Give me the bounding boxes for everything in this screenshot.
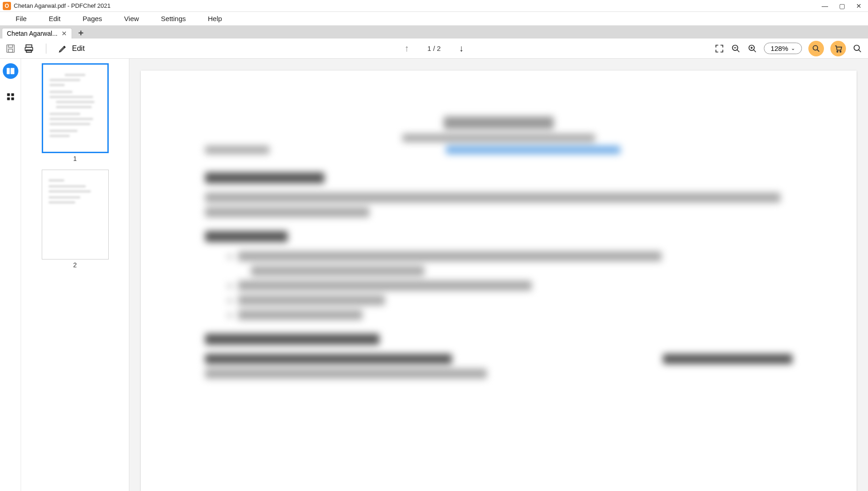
search-icon[interactable] (852, 44, 862, 54)
svg-rect-1 (8, 44, 12, 47)
svg-point-13 (813, 45, 818, 50)
svg-rect-21 (7, 94, 10, 96)
zoom-in-icon[interactable] (747, 44, 757, 54)
document-page (141, 71, 857, 491)
svg-rect-0 (7, 44, 15, 52)
thumbnail-number-1: 1 (73, 155, 77, 162)
sidebar-rail (0, 59, 21, 491)
print-icon[interactable] (24, 44, 34, 54)
fullscreen-icon[interactable] (714, 44, 724, 54)
document-tab[interactable]: Chetan Agarwal... ✕ (2, 28, 72, 39)
svg-point-15 (837, 51, 838, 52)
menu-edit[interactable]: Edit (38, 12, 72, 26)
edit-button[interactable]: Edit (58, 44, 85, 53)
thumbnail-number-2: 2 (73, 261, 77, 269)
svg-rect-20 (11, 68, 14, 74)
prev-page-icon[interactable]: ↑ (404, 43, 409, 54)
chevron-down-icon: ⌄ (791, 45, 795, 51)
search-highlight-button[interactable] (808, 41, 824, 56)
svg-line-14 (818, 50, 819, 51)
main-area: 1 2 (0, 59, 868, 491)
maximize-button[interactable]: ▢ (839, 2, 845, 10)
thumbnail-panel: 1 2 (21, 59, 129, 491)
page-thumbnail-1[interactable] (42, 63, 109, 153)
svg-rect-24 (11, 98, 14, 100)
next-page-icon[interactable]: ↓ (459, 43, 464, 54)
toolbar-divider (46, 44, 46, 54)
svg-rect-2 (8, 49, 12, 52)
page-thumbnail-2[interactable] (42, 170, 109, 259)
menu-pages[interactable]: Pages (72, 12, 113, 26)
minimize-button[interactable]: — (822, 2, 828, 10)
close-button[interactable]: ✕ (856, 2, 862, 10)
menubar: File Edit Pages View Settings Help (0, 12, 868, 26)
svg-line-7 (737, 50, 739, 52)
window-title: Chetan Agarwal.pdf - PDFChef 2021 (14, 2, 822, 9)
cart-button[interactable] (830, 41, 846, 56)
new-tab-button[interactable]: + (74, 28, 89, 39)
page-content-blurred (205, 116, 792, 379)
svg-rect-5 (27, 50, 32, 52)
save-icon[interactable] (6, 44, 16, 54)
grid-view-icon[interactable] (3, 89, 18, 105)
svg-rect-19 (6, 68, 10, 74)
page-indicator: 1 / 2 (427, 44, 440, 52)
svg-rect-22 (11, 94, 14, 96)
thumbnails-toggle[interactable] (3, 63, 18, 79)
svg-point-17 (854, 45, 860, 50)
zoom-out-icon[interactable] (731, 44, 741, 54)
tab-label: Chetan Agarwal... (7, 30, 58, 37)
document-viewer[interactable] (129, 59, 868, 491)
menu-file[interactable]: File (5, 12, 38, 26)
pencil-icon (58, 44, 67, 53)
close-tab-icon[interactable]: ✕ (61, 30, 67, 37)
svg-line-18 (859, 50, 861, 52)
menu-view[interactable]: View (113, 12, 150, 26)
window-titlebar: O Chetan Agarwal.pdf - PDFChef 2021 — ▢ … (0, 0, 868, 12)
toolbar: Edit ↑ 1 / 2 ↓ 128% ⌄ (0, 39, 868, 59)
menu-help[interactable]: Help (197, 12, 233, 26)
tabbar: Chetan Agarwal... ✕ + (0, 26, 868, 39)
edit-label: Edit (72, 44, 85, 53)
menu-settings[interactable]: Settings (150, 12, 197, 26)
svg-point-16 (840, 51, 841, 52)
app-icon: O (3, 2, 11, 10)
svg-rect-23 (7, 98, 10, 100)
zoom-dropdown[interactable]: 128% ⌄ (764, 43, 802, 54)
zoom-value: 128% (771, 44, 788, 52)
svg-line-10 (753, 50, 756, 52)
